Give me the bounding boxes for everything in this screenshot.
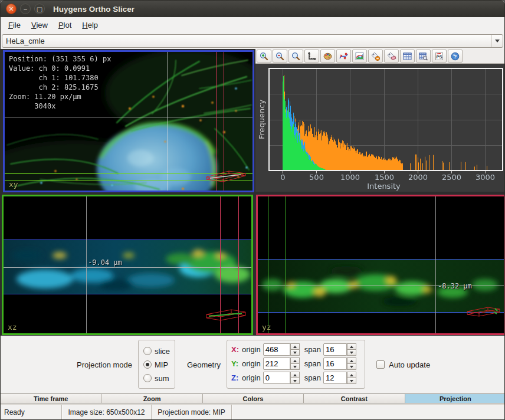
palette-button[interactable] xyxy=(320,50,335,63)
zoom-in-button[interactable] xyxy=(257,50,271,63)
radio-sum[interactable] xyxy=(143,374,152,382)
image-selector-value: HeLa_cmle xyxy=(2,37,491,45)
help-icon: ? xyxy=(450,51,460,61)
z-span-down-button[interactable] xyxy=(347,378,356,384)
yz-view-panel[interactable]: -8.32 µm yz xyxy=(256,195,505,335)
chevron-down-icon xyxy=(495,40,500,42)
radio-option-mip[interactable]: MIP xyxy=(143,359,175,370)
x-origin-input[interactable] xyxy=(263,343,290,356)
plot-style-icon xyxy=(355,51,365,61)
tab-contrast[interactable]: Contrast xyxy=(304,394,405,403)
y-span-down-button[interactable] xyxy=(347,363,356,370)
radio-slice-label: slice xyxy=(155,347,170,356)
xz-view-panel[interactable]: -9.04 µm xz xyxy=(2,195,253,335)
data-table-button[interactable] xyxy=(400,50,415,63)
tab-projection[interactable]: Projection xyxy=(405,394,505,403)
zoom-fit-button[interactable] xyxy=(288,50,303,63)
zoom-fit-icon xyxy=(291,51,301,61)
tag-erase-icon xyxy=(386,51,396,61)
geometry-row-y: Y: origin span xyxy=(231,357,365,370)
table-inspect-icon xyxy=(418,51,428,61)
z-origin-input[interactable] xyxy=(263,372,290,384)
help-button[interactable]: ? xyxy=(448,50,463,63)
zoom-in-icon xyxy=(259,51,269,61)
image-selector-row: HeLa_cmle xyxy=(1,33,504,49)
status-projection-mode: Projection mode: MIP xyxy=(152,405,232,419)
curve-markers-icon xyxy=(339,51,349,61)
z-axis-label: Z: xyxy=(231,373,242,382)
auto-update-control[interactable]: Auto update xyxy=(376,336,430,393)
y-origin-label: origin xyxy=(242,359,261,368)
intensity-histogram[interactable] xyxy=(255,64,505,192)
image-selector-combobox[interactable]: HeLa_cmle xyxy=(2,34,503,48)
maximize-button[interactable]: ▢ xyxy=(34,4,45,14)
xy-microscopy-image xyxy=(5,52,252,191)
y-span-label: span xyxy=(304,359,321,368)
app-window: ✕ – ▢ Huygens Ortho Slicer File View Plo… xyxy=(0,0,505,420)
y-origin-input[interactable] xyxy=(263,357,290,370)
menu-help[interactable]: Help xyxy=(77,18,103,32)
plot-style-button[interactable] xyxy=(352,50,367,63)
axes-button[interactable] xyxy=(304,50,319,63)
auto-update-label: Auto update xyxy=(389,360,430,369)
radio-slice[interactable] xyxy=(143,347,152,355)
geometry-row-x: X: origin span xyxy=(231,343,365,356)
x-span-input[interactable] xyxy=(323,343,347,356)
auto-update-checkbox[interactable] xyxy=(376,360,385,369)
minimize-button[interactable]: – xyxy=(20,4,31,14)
tab-time-frame[interactable]: Time frame xyxy=(1,394,101,403)
table-inspect-button[interactable] xyxy=(416,50,431,63)
menu-plot[interactable]: Plot xyxy=(53,18,77,32)
status-ready: Ready xyxy=(1,405,62,419)
export-ps-icon: PS xyxy=(434,51,444,61)
radio-mip[interactable] xyxy=(143,360,152,369)
x-origin-label: origin xyxy=(242,345,261,354)
geometry-group: X: origin span Y: origin span Z: origin xyxy=(227,340,365,389)
xy-view-panel[interactable]: Position: (351 355 6) px Value: ch 0: 0.… xyxy=(3,50,254,192)
projection-mode-label: Projection mode xyxy=(24,336,132,393)
close-button[interactable]: ✕ xyxy=(6,4,17,14)
axes-icon xyxy=(307,51,317,61)
slicer-viewport: Position: (351 355 6) px Value: ch 0: 0.… xyxy=(1,49,505,336)
y-origin-down-button[interactable] xyxy=(290,363,300,370)
x-span-label: span xyxy=(304,345,321,354)
z-span-input[interactable] xyxy=(323,372,347,384)
radio-option-sum[interactable]: sum xyxy=(143,372,175,384)
menu-view[interactable]: View xyxy=(26,18,53,32)
geometry-row-z: Z: origin span xyxy=(231,371,365,385)
maximize-icon: ▢ xyxy=(37,6,42,12)
tag-remove-button[interactable] xyxy=(368,50,383,63)
tab-colors[interactable]: Colors xyxy=(203,394,304,403)
x-axis-label: X: xyxy=(231,345,242,354)
combo-arrow-box[interactable] xyxy=(491,35,503,47)
histogram-toolbar: PS ? xyxy=(255,49,505,64)
menu-file[interactable]: File xyxy=(3,18,26,32)
title-bar[interactable]: ✕ – ▢ Huygens Ortho Slicer xyxy=(1,1,504,17)
tag-remove-icon xyxy=(370,51,381,61)
curve-markers-button[interactable] xyxy=(336,50,351,63)
data-table-icon xyxy=(402,51,412,61)
z-origin-label: origin xyxy=(242,373,261,382)
yz-microscopy-image xyxy=(258,196,504,333)
x-span-down-button[interactable] xyxy=(347,349,356,356)
zoom-out-button[interactable] xyxy=(273,50,287,63)
svg-text:?: ? xyxy=(454,54,457,60)
status-image-size: Image size: 650x500x12 xyxy=(62,405,152,419)
export-ps-button[interactable]: PS xyxy=(432,50,447,63)
projection-mode-group: slice MIP sum xyxy=(138,340,175,389)
window-title: Huygens Ortho Slicer xyxy=(53,5,135,14)
geometry-label: Geometry xyxy=(178,336,221,393)
tag-erase-button[interactable] xyxy=(384,50,399,63)
tab-zoom[interactable]: Zoom xyxy=(101,394,202,403)
status-bar: Ready Image size: 650x500x12 Projection … xyxy=(1,404,505,419)
y-span-input[interactable] xyxy=(323,357,347,370)
close-icon: ✕ xyxy=(8,6,14,12)
xz-microscopy-image xyxy=(4,196,251,333)
palette-icon xyxy=(323,51,333,61)
radio-option-slice[interactable]: slice xyxy=(143,345,175,357)
x-origin-down-button[interactable] xyxy=(290,349,300,356)
zoom-out-icon xyxy=(275,51,285,61)
svg-text:PS: PS xyxy=(436,54,442,60)
z-origin-down-button[interactable] xyxy=(290,378,300,384)
radio-mip-label: MIP xyxy=(155,360,168,369)
